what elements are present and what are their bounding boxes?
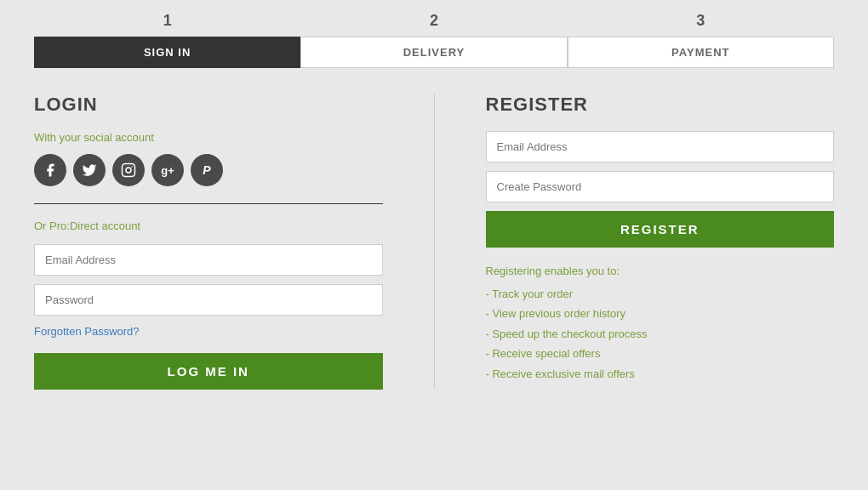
forgotten-password-link[interactable]: Forgotten Password? — [34, 325, 140, 338]
step-payment[interactable]: 3 PAYMENT — [568, 9, 834, 68]
step-delivery[interactable]: 2 DELIVERY — [300, 9, 567, 68]
benefits-list: - Track your order - View previous order… — [486, 284, 835, 384]
pro-direct-label: Or Pro:Direct account — [34, 219, 383, 232]
login-email-input[interactable] — [34, 244, 383, 276]
benefit-5: - Receive exclusive mail offers — [486, 364, 835, 384]
instagram-icon[interactable] — [112, 154, 145, 186]
svg-point-1 — [126, 168, 131, 173]
benefits-title: Registering enables you to: — [486, 265, 835, 277]
step-3-label[interactable]: PAYMENT — [568, 37, 834, 68]
register-section: REGISTER REGISTER Registering enables yo… — [435, 94, 835, 390]
step-1-number: 1 — [163, 9, 172, 33]
paypal-icon[interactable]: P — [191, 154, 223, 186]
benefit-1: - Track your order — [486, 284, 835, 304]
step-3-number: 3 — [696, 9, 705, 33]
register-password-input[interactable] — [486, 171, 835, 202]
step-2-number: 2 — [430, 9, 438, 33]
register-title: REGISTER — [486, 94, 835, 116]
social-label: With your social account — [34, 131, 383, 144]
social-icons: g+ P — [34, 154, 383, 186]
login-section: LOGIN With your social account — [34, 94, 435, 390]
main-content: LOGIN With your social account — [0, 68, 868, 415]
register-email-input[interactable] — [486, 131, 835, 162]
login-button[interactable]: LOG ME IN — [34, 353, 383, 390]
register-benefits: Registering enables you to: - Track your… — [486, 265, 835, 384]
benefit-2: - View previous order history — [486, 304, 835, 323]
step-signin[interactable]: 1 SIGN IN — [34, 9, 300, 68]
svg-point-2 — [131, 166, 133, 168]
step-2-label[interactable]: DELIVERY — [300, 37, 567, 68]
register-button[interactable]: REGISTER — [486, 211, 835, 248]
login-password-input[interactable] — [34, 284, 383, 316]
facebook-icon[interactable] — [34, 154, 66, 186]
twitter-icon[interactable] — [73, 154, 106, 186]
svg-rect-0 — [123, 164, 135, 177]
google-icon[interactable]: g+ — [151, 154, 184, 186]
benefit-3: - Speed up the checkout process — [486, 324, 835, 344]
step-1-label[interactable]: SIGN IN — [34, 37, 300, 68]
steps-bar: 1 SIGN IN 2 DELIVERY 3 PAYMENT — [0, 0, 868, 68]
benefit-4: - Receive special offers — [486, 344, 835, 363]
divider — [34, 203, 383, 204]
login-title: LOGIN — [34, 94, 383, 116]
